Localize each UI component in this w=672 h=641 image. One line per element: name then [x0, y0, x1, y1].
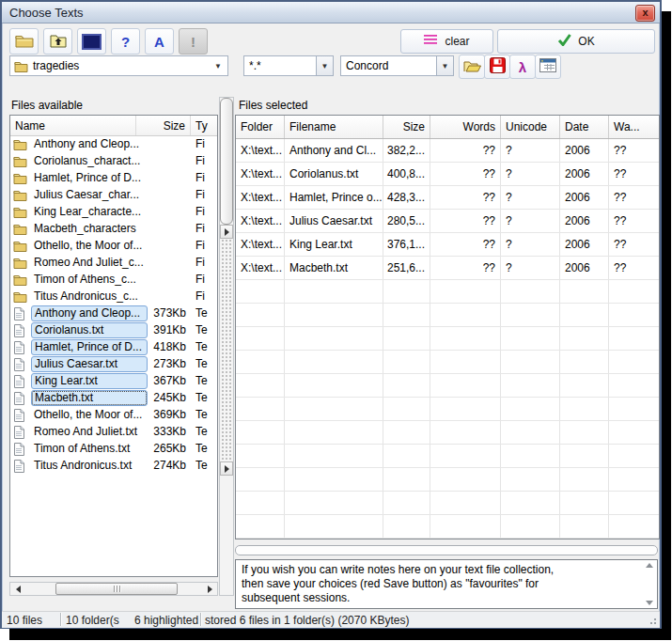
item-type: Te [195, 357, 208, 370]
cell-date: 2006 [560, 210, 609, 232]
list-item-folder[interactable]: King Lear_characte...Fi [10, 204, 217, 221]
open-favourites-button[interactable] [459, 55, 485, 79]
vertical-scrollbar[interactable] [219, 97, 234, 596]
window-grid-button[interactable] [535, 55, 561, 79]
list-item-folder[interactable]: Hamlet, Prince of D...Fi [10, 170, 217, 187]
list-item-file[interactable]: Hamlet, Prince of D...418KbTe [10, 339, 217, 356]
scrollbar-track[interactable] [221, 239, 232, 461]
scroll-down-icon[interactable] [646, 601, 653, 605]
cell-size: 400,8... [383, 163, 430, 185]
document-icon [13, 341, 27, 354]
scroll-button-icon[interactable] [220, 461, 233, 476]
ok-button[interactable]: OK [497, 29, 655, 54]
table-row[interactable]: X:\text...Coriolanus.txt400,8...???2006?… [236, 163, 659, 186]
list-item-file[interactable]: King Lear.txt367KbTe [10, 373, 217, 390]
table-row[interactable]: X:\text...Julius Caesar.txt280,5...???20… [236, 210, 659, 233]
cell-size: 382,2... [383, 139, 430, 162]
column-header-date[interactable]: Date [560, 116, 609, 138]
tool-combo-arrow[interactable]: ▼ [436, 56, 453, 75]
column-header-folder[interactable]: Folder [236, 116, 285, 138]
table-row[interactable]: X:\text...Hamlet, Prince o...428,3...???… [236, 186, 659, 210]
list-item-folder[interactable]: Timon of Athens_c...Fi [10, 272, 217, 289]
lambda-button[interactable]: λ [509, 55, 536, 79]
cell-folder: X:\text... [236, 257, 285, 279]
document-icon [13, 307, 27, 320]
list-item-folder[interactable]: Titus Andronicus_c...Fi [10, 289, 217, 305]
item-type: Te [195, 391, 208, 404]
horizontal-scrollbar[interactable] [9, 582, 218, 596]
clear-button[interactable]: clear [400, 29, 493, 54]
pattern-combo-arrow[interactable]: ▼ [316, 56, 333, 75]
item-type: Fi [195, 205, 205, 218]
list-item-file[interactable]: Anthony and Cleop...373KbTe [10, 305, 217, 322]
list-item-folder[interactable]: Othello, the Moor of...Fi [10, 238, 217, 255]
save-favourites-button[interactable] [484, 55, 510, 79]
table-row[interactable]: X:\text...King Lear.txt376,1...???2006?? [236, 233, 659, 257]
scroll-button-icon[interactable] [220, 225, 233, 239]
list-item-folder[interactable]: Anthony and Cleop...Fi [10, 136, 217, 153]
column-header-size[interactable]: Size [136, 116, 191, 135]
item-type: Fi [195, 171, 205, 184]
notes-scrollbar[interactable] [643, 561, 656, 607]
resize-grip[interactable] [648, 616, 657, 625]
list-item-folder[interactable]: Julius Caesar_char...Fi [10, 187, 217, 204]
list-item-folder[interactable]: Romeo And Juliet_c...Fi [10, 255, 217, 272]
titlebar[interactable]: Choose Texts [2, 2, 660, 23]
list-item-file[interactable]: Romeo And Juliet.txt333KbTe [10, 424, 217, 441]
item-type: Fi [195, 256, 205, 269]
column-header-filename[interactable]: Filename [285, 116, 383, 138]
list-item-folder[interactable]: Coriolanus_charact...Fi [10, 153, 217, 170]
column-header-name[interactable]: Name [10, 116, 136, 135]
close-button[interactable]: x [635, 5, 655, 22]
column-header-unicode[interactable]: Unicode [501, 116, 560, 138]
cell-unicode: ? [501, 139, 560, 162]
item-type: Fi [195, 239, 205, 252]
column-header-warnings[interactable]: Wa... [609, 116, 659, 138]
table-row-empty [236, 421, 659, 445]
document-icon [13, 358, 27, 371]
font-button[interactable]: A [145, 28, 174, 55]
table-row-empty [236, 492, 659, 515]
item-name: Julius Caesar.txt [31, 356, 148, 372]
list-item-file[interactable]: Coriolanus.txt391KbTe [10, 322, 217, 339]
column-header-words[interactable]: Words [430, 116, 501, 138]
scroll-right-icon[interactable] [202, 583, 217, 595]
files-selected-grid: Folder Filename Size Words Unicode Date … [235, 115, 660, 539]
scroll-up-icon[interactable] [646, 563, 653, 568]
item-name: Titus Andronicus.txt [31, 458, 148, 473]
scrollbar-thumb[interactable] [55, 583, 178, 595]
save-disk-icon [490, 57, 506, 76]
table-row[interactable]: X:\text...Anthony and Cl...382,2...???20… [236, 139, 659, 163]
help-button[interactable]: ? [111, 28, 140, 55]
item-size: 418Kb [137, 340, 186, 353]
column-header-type[interactable]: Ty [191, 116, 217, 135]
item-size: 274Kb [137, 459, 186, 472]
item-name: King Lear.txt [31, 373, 148, 389]
list-item-file[interactable]: Timon of Athens.txt265KbTe [10, 441, 217, 458]
column-header-size[interactable]: Size [383, 116, 430, 138]
choose-folder-button[interactable] [9, 28, 39, 55]
cell-folder: X:\text... [236, 186, 285, 209]
folder-icon [13, 155, 27, 168]
list-item-file[interactable]: Julius Caesar.txt273KbTe [10, 356, 217, 373]
list-item-folder[interactable]: Macbeth_charactersFi [10, 221, 217, 238]
table-row[interactable]: X:\text...Macbeth.txt251,6...???2006?? [236, 257, 659, 280]
list-item-file[interactable]: Titus Andronicus.txt274KbTe [10, 458, 217, 475]
notes-textarea[interactable]: If you wish you can write notes here on … [235, 559, 658, 609]
scroll-left-icon[interactable] [10, 583, 25, 595]
scrollbar-thumb[interactable] [220, 98, 233, 225]
list-item-file[interactable]: Macbeth.txt245KbTe [10, 390, 217, 407]
cell-filename: Coriolanus.txt [285, 163, 383, 185]
files-available-label: Files available [11, 99, 83, 112]
list-item-file[interactable]: Othello, the Moor of...369KbTe [10, 407, 217, 424]
folder-up-button[interactable] [43, 28, 72, 55]
folder-combo[interactable]: tragedies ▼ [9, 55, 228, 76]
item-type: Te [195, 306, 208, 320]
cell-unicode: ? [501, 233, 560, 256]
cell-words: ?? [430, 210, 501, 232]
tool-combo-value: Concord [341, 59, 436, 72]
document-icon [13, 409, 27, 422]
screen-button[interactable] [77, 28, 106, 55]
tool-combo[interactable]: Concord ▼ [340, 55, 454, 76]
pattern-combo[interactable]: *.* ▼ [243, 55, 334, 76]
